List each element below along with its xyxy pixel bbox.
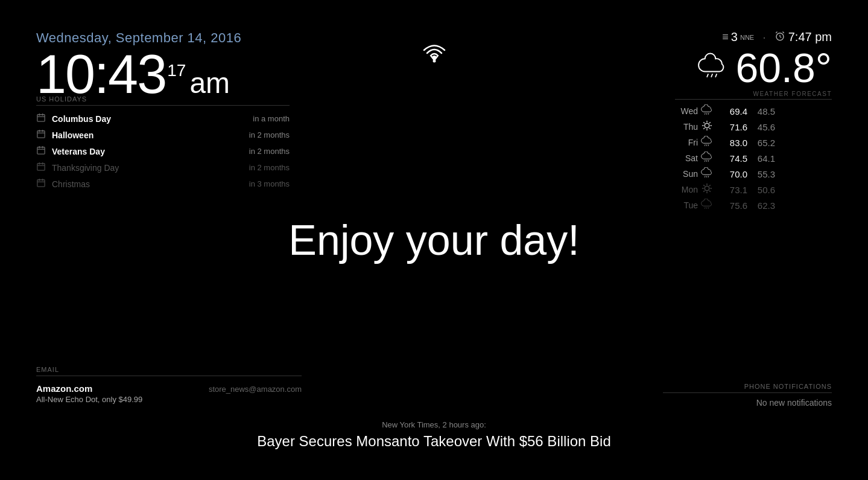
svg-line-24 [776, 31, 777, 33]
forecast-row: Fri 83.065.2 [675, 135, 832, 150]
cloud-icon [695, 50, 729, 85]
news-section: New York Times, 2 hours ago: Bayer Secur… [193, 420, 676, 450]
svg-line-37 [704, 123, 705, 123]
forecast-low: 50.6 [747, 185, 775, 195]
center-message: Enjoy your day! [288, 216, 579, 264]
wind-speed: 3 [731, 30, 738, 44]
holiday-name: Columbus Day [52, 114, 253, 124]
forecast-row: Sat 74.564.1 [675, 150, 832, 166]
forecast-icon [698, 136, 716, 149]
svg-rect-16 [37, 180, 45, 187]
wind-info: ≡ 3 NNE [722, 30, 754, 44]
forecast-icon [698, 152, 716, 165]
email-subject: All-New Echo Dot, only $49.99 [36, 395, 302, 404]
svg-line-49 [708, 176, 709, 177]
time-seconds: 17 [167, 62, 186, 79]
current-temperature: 60.8° [735, 47, 832, 88]
holiday-name: Thanksgiving Day [52, 163, 249, 173]
svg-line-42 [706, 144, 707, 146]
email-from-row: Amazon.com store_news@amazon.com [36, 383, 302, 394]
holiday-time: in 3 months [249, 179, 290, 188]
holiday-time: in 2 months [249, 147, 290, 156]
svg-rect-0 [37, 115, 45, 121]
svg-rect-8 [37, 147, 45, 154]
svg-point-20 [432, 60, 436, 63]
forecast-day: Wed [675, 106, 698, 116]
no-notifications-message: No new notifications [663, 398, 832, 408]
forecast-icon [698, 120, 716, 133]
forecast-low: 62.3 [747, 200, 775, 211]
svg-line-29 [705, 113, 705, 114]
svg-line-58 [709, 185, 710, 186]
forecast-icon [698, 167, 716, 181]
forecast-low: 65.2 [747, 138, 775, 148]
phone-notifications-label: PHONE NOTIFICATIONS [663, 383, 832, 393]
svg-point-32 [705, 123, 709, 128]
svg-point-50 [705, 186, 709, 191]
forecast-row: Mon 73.150.6 [675, 182, 832, 197]
wind-direction: NNE [740, 34, 754, 41]
forecast-high: 69.4 [716, 106, 747, 117]
forecast-icon [698, 104, 716, 118]
news-headline: Bayer Secures Monsanto Takeover With $56… [193, 433, 676, 450]
forecast-row: Wed 69.448.5 [675, 103, 832, 119]
datetime-section: Wednesday, September 14, 2016 10:43 17 a… [36, 30, 241, 101]
forecast-high: 74.5 [716, 153, 747, 164]
forecast-row: Thu 71.645.6 [675, 119, 832, 135]
svg-line-27 [712, 74, 713, 77]
svg-line-40 [709, 123, 710, 123]
forecast-day: Sat [675, 153, 698, 163]
holidays-list: Columbus Dayin a month Halloweenin 2 mon… [36, 110, 290, 192]
svg-rect-12 [37, 164, 45, 170]
forecast-low: 64.1 [747, 153, 775, 164]
separator1: · [762, 30, 766, 44]
forecast-day: Mon [675, 185, 698, 194]
svg-line-57 [704, 191, 705, 191]
holidays-label: US HOLIDAYS [36, 95, 290, 106]
weather-top-row: ≡ 3 NNE · 7:47 pm [675, 30, 832, 44]
forecast-day: Sun [675, 169, 698, 179]
alarm-info: 7:47 pm [775, 30, 832, 44]
svg-line-61 [708, 207, 709, 208]
svg-line-46 [708, 160, 709, 161]
svg-line-41 [705, 144, 705, 146]
holiday-time: in a month [253, 114, 290, 123]
svg-line-47 [705, 176, 705, 177]
wifi-status [421, 42, 448, 69]
time-main: 10:43 [36, 47, 166, 101]
forecast-label: WEATHER FORECAST [675, 91, 832, 100]
weather-section: ≡ 3 NNE · 7:47 pm [675, 30, 832, 213]
email-section: EMAIL Amazon.com store_news@amazon.com A… [36, 366, 302, 408]
calendar-icon [36, 162, 46, 173]
news-source: New York Times, 2 hours ago: [193, 420, 676, 429]
email-item: Amazon.com store_news@amazon.com All-New… [36, 380, 302, 408]
svg-line-28 [716, 74, 717, 77]
alarm-icon [775, 31, 785, 44]
holiday-time: in 2 months [249, 163, 290, 172]
svg-line-25 [782, 31, 784, 33]
forecast-high: 75.6 [716, 200, 747, 211]
svg-line-39 [704, 128, 705, 129]
svg-line-59 [705, 207, 705, 208]
holidays-section: US HOLIDAYS Columbus Dayin a month Hallo… [36, 95, 290, 192]
svg-line-31 [708, 113, 709, 114]
svg-line-38 [709, 128, 710, 129]
holiday-item: Christmasin 3 months [36, 176, 290, 192]
svg-line-55 [704, 185, 705, 186]
forecast-icon [698, 183, 716, 196]
alarm-time: 7:47 pm [788, 30, 832, 44]
forecast-low: 55.3 [747, 169, 775, 179]
forecast-high: 70.0 [716, 169, 747, 179]
holiday-item: Columbus Dayin a month [36, 110, 290, 127]
forecast-table: Wed 69.448.5Thu 71.645.6Fri 83.065.2Sat [675, 103, 832, 213]
holiday-name: Veterans Day [52, 147, 249, 156]
svg-rect-4 [37, 131, 45, 138]
forecast-row: Sun 70.055.3 [675, 166, 832, 182]
calendar-icon [36, 130, 46, 140]
holiday-name: Christmas [52, 179, 249, 189]
forecast-low: 45.6 [747, 122, 775, 132]
svg-line-43 [708, 144, 709, 146]
calendar-icon [36, 179, 46, 189]
email-from: Amazon.com [36, 383, 92, 394]
forecast-day: Thu [675, 122, 698, 132]
